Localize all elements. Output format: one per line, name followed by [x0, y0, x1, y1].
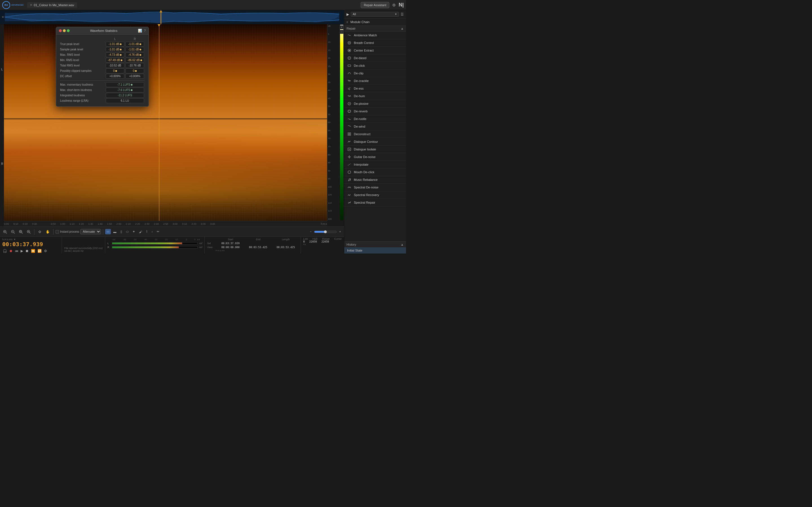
module-item-mouth-de-click[interactable]: Mouth De-click [344, 168, 406, 176]
spectral-de-noise-label: Spectral De-noise [354, 186, 378, 189]
history-item-initial-state[interactable]: Initial State [344, 247, 406, 253]
dialogue-contour-icon [347, 139, 352, 144]
filter-value: All [353, 13, 356, 16]
collapse-overview-icon[interactable]: ✕ [2, 15, 4, 18]
min-rms-row: Min. RMS level -87.49 dB -86.62 dB [60, 58, 145, 62]
module-item-deconstruct[interactable]: Deconstruct [344, 130, 406, 138]
repair-section-header: Repair ▲ [344, 25, 406, 32]
deconstruct-label: Deconstruct [354, 132, 370, 136]
close-traffic-dot[interactable] [59, 29, 62, 32]
history-label: History [347, 243, 356, 246]
minimize-traffic-dot[interactable] [63, 29, 66, 32]
module-filter-dropdown[interactable]: All ▼ [351, 12, 399, 17]
attenuate-select[interactable]: Attenuate [80, 229, 101, 234]
logo-rx: RX [4, 4, 8, 6]
harmonic-button[interactable]: ⌇ [145, 229, 149, 234]
module-item-de-plosive[interactable]: De-plosive [344, 100, 406, 108]
time-format-arrow[interactable]: ▼ [13, 238, 16, 241]
hand-tool-button[interactable]: ✋ [44, 229, 51, 235]
module-item-interpolate[interactable]: Interpolate [344, 161, 406, 168]
magic-wand-button[interactable]: ✦ [131, 229, 137, 234]
repair-collapse-icon[interactable]: ▲ [401, 27, 404, 30]
zoom-in-h-button[interactable]: + [338, 229, 342, 234]
module-item-spectral-de-noise[interactable]: Spectral De-noise [344, 184, 406, 191]
dialog-help-icon[interactable]: ? [144, 29, 146, 33]
freq-select-button[interactable]: ▬ [112, 229, 118, 234]
time-tick-320: 3:20 [192, 223, 197, 225]
dialogue-isolate-icon [347, 147, 352, 152]
headphones-button[interactable]: 🎧 [2, 249, 8, 253]
time-select-button[interactable]: ▯ [119, 229, 123, 234]
record-button[interactable]: ⏺ [9, 249, 13, 253]
module-item-ambience-match[interactable]: Ambience Match [344, 32, 406, 39]
stop-button[interactable]: ⏹ [25, 249, 29, 253]
pen-button[interactable]: ✏ [155, 229, 161, 234]
module-item-spectral-recovery[interactable]: Spectral Recovery [344, 191, 406, 199]
lasso-select-button[interactable]: ⬭ [124, 229, 130, 234]
dialog-body: L R True peak level -1.01 dB -1.01 dB Sa… [56, 35, 149, 107]
module-item-de-clip[interactable]: De-clip [344, 69, 406, 77]
time-tick-140: 1:40 [98, 223, 103, 225]
module-item-de-crackle[interactable]: De-crackle [344, 77, 406, 85]
settings-icon[interactable]: ⚙ [392, 3, 396, 7]
zoom-fit-button[interactable] [17, 229, 24, 235]
play-button[interactable]: ▶ [20, 249, 24, 253]
sidebar-menu-button[interactable]: ☰ [401, 12, 404, 16]
zoom-in-icon [3, 230, 7, 234]
module-item-de-bleed[interactable]: De-bleed [344, 54, 406, 62]
spectrogram-area[interactable]: L R dB 5 10 15 [0, 24, 344, 221]
zoom-out-h-button[interactable]: − [308, 229, 313, 234]
repair-assistant-button[interactable]: Repair Assistant [361, 2, 389, 8]
module-item-dialogue-isolate[interactable]: Dialogue Isolate [344, 146, 406, 153]
sel-header-row: Start End Length [207, 237, 298, 241]
dialog-chart-icon[interactable]: 📊 [138, 29, 142, 33]
time-tick-110: 1:10 [70, 223, 75, 225]
frame-advance-button[interactable]: ⏩ [31, 249, 36, 253]
file-tab[interactable]: ✕ 01_Colour In Me_Master.wav [27, 2, 77, 8]
loop-button[interactable]: 🔁 [37, 249, 42, 253]
freq-values: 0 22050 22050 [303, 240, 342, 243]
spectral-recovery-label: Spectral Recovery [354, 193, 379, 196]
overview-waveform-bar[interactable]: ✕ [0, 10, 344, 24]
zoom-in-freq-btn[interactable]: + [340, 25, 344, 29]
zoom-in-button[interactable] [2, 229, 8, 235]
module-item-breath-control[interactable]: Breath Control [344, 39, 406, 47]
brush-button[interactable]: 🖌 [138, 229, 144, 234]
module-chain-row[interactable]: ≡ Module Chain [344, 18, 406, 25]
file-info: File opened successfully (232 ms) 16-bit… [62, 237, 105, 253]
zoom-time-button[interactable] [26, 229, 32, 235]
module-item-dialogue-contour[interactable]: Dialogue Contour [344, 138, 406, 146]
svg-line-15 [30, 232, 31, 233]
instant-process-checkbox[interactable] [56, 230, 59, 233]
scroll-tool-button[interactable] [36, 229, 43, 235]
close-icon[interactable]: ✕ [30, 3, 32, 6]
module-item-de-ess[interactable]: sʃ De-ess [344, 85, 406, 93]
view-data-row: View 00:00:00.000 00:03:53.425 00:03:53.… [207, 245, 298, 249]
module-item-de-click[interactable]: De-click [344, 62, 406, 69]
module-item-de-reverb[interactable]: De-reverb [344, 108, 406, 115]
history-collapse-icon[interactable]: ▲ [401, 243, 404, 246]
file-opened-label: File opened successfully (232 ms) [64, 247, 103, 249]
left-meter-bar-container [112, 242, 198, 244]
module-item-de-rustle[interactable]: De-rustle [344, 115, 406, 123]
zoom-out-button[interactable] [10, 229, 16, 235]
rect-select-button[interactable]: ▭ [105, 229, 111, 234]
settings-transport-button[interactable]: ⚙ [43, 249, 48, 253]
module-item-guitar-de-noise[interactable]: Guitar De-noise [344, 153, 406, 161]
module-item-spectral-repair[interactable]: Spectral Repair [344, 199, 406, 207]
sidebar-play-button[interactable]: ▶ [347, 12, 349, 16]
svg-text:sʃ: sʃ [348, 87, 350, 90]
gain-button[interactable]: ↑ [150, 229, 154, 234]
maximize-traffic-dot[interactable] [67, 29, 70, 32]
module-item-center-extract[interactable]: Center Extract [344, 47, 406, 54]
time-tick-220: 2:20 [135, 223, 140, 225]
waveform-statistics-dialog[interactable]: Waveform Statistics 📊 ? L R True peak le… [56, 27, 149, 107]
zoom-out-freq-btn[interactable]: − [340, 30, 344, 34]
prev-button[interactable]: ⏮ [14, 249, 19, 253]
module-item-de-wind[interactable]: De-wind [344, 123, 406, 130]
zoom-slider[interactable] [314, 231, 337, 233]
col-cursor: Cursor [334, 237, 342, 240]
de-rustle-label: De-rustle [354, 117, 366, 121]
module-item-music-rebalance[interactable]: Music Rebalance [344, 176, 406, 184]
module-item-de-hum[interactable]: De-hum [344, 93, 406, 100]
